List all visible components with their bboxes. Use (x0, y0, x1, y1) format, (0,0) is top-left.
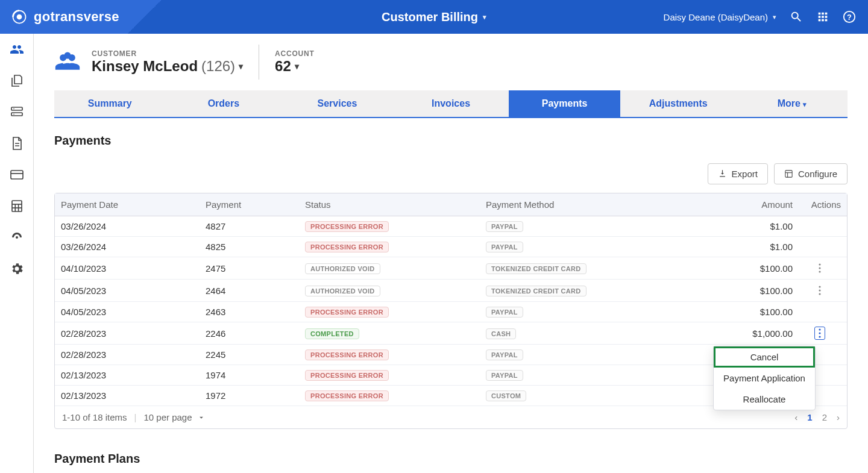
calculator-icon[interactable] (10, 199, 24, 213)
column-header[interactable]: Amount (697, 199, 799, 210)
cell-payment-date: 03/26/2024 (61, 242, 206, 252)
svg-point-26 (819, 332, 820, 334)
customer-name: Kinsey McLeod (92, 58, 198, 75)
settings-gear-icon[interactable] (10, 262, 24, 276)
customer-group-icon (54, 51, 81, 74)
svg-point-20 (819, 267, 820, 269)
cell-status: PROCESSING ERROR (305, 221, 486, 232)
copy-icon[interactable] (10, 74, 24, 88)
tab-adjustments[interactable]: Adjustments (623, 90, 734, 117)
cell-status: PROCESSING ERROR (305, 306, 486, 318)
prev-page[interactable]: ‹ (794, 412, 797, 422)
cell-amount: $100.00 (697, 286, 799, 296)
tab-summary[interactable]: Summary (54, 90, 166, 117)
vertical-dots-icon (819, 263, 821, 273)
account-context: ACCOUNT 62 ▾ (275, 49, 315, 75)
dropdown-item-cancel[interactable]: Cancel (714, 346, 815, 368)
brand[interactable]: gotransverse (0, 8, 119, 25)
header-right: Daisy Deane (DaisyDean)▾ ? (664, 10, 868, 23)
tabs: SummaryOrdersServicesInvoicesPaymentsAdj… (54, 90, 848, 118)
dashboard-icon[interactable] (10, 230, 24, 245)
apps-grid-icon[interactable] (816, 10, 829, 23)
column-header[interactable]: Payment (206, 199, 305, 210)
page-2[interactable]: 2 (822, 412, 827, 422)
account-label: ACCOUNT (275, 49, 315, 58)
svg-point-19 (819, 263, 820, 265)
cell-payment-id: 4825 (206, 242, 305, 252)
dropdown-item-payment-application[interactable]: Payment Application (714, 368, 815, 389)
table-row: 03/26/20244825PROCESSING ERRORPAYPAL$1.0… (55, 237, 847, 257)
account-selector[interactable]: 62 ▾ (275, 58, 315, 75)
cell-payment-date: 04/05/2023 (61, 307, 206, 317)
column-header[interactable]: Payment Method (486, 199, 697, 210)
method-badge: PAYPAL (486, 221, 523, 232)
header-title-dropdown[interactable]: Customer Billing▾ (382, 10, 486, 24)
cell-status: PROCESSING ERROR (305, 349, 486, 360)
table-row: 03/26/20244827PROCESSING ERRORPAYPAL$1.0… (55, 216, 847, 237)
cell-method: PAYPAL (486, 369, 697, 381)
cell-status: PROCESSING ERROR (305, 241, 486, 252)
tab-orders[interactable]: Orders (168, 90, 280, 117)
caret-down-icon: ▾ (239, 61, 243, 71)
document-icon[interactable] (10, 136, 24, 151)
status-badge: PROCESSING ERROR (305, 390, 389, 401)
row-actions-menu-button[interactable] (814, 262, 825, 275)
cell-status: PROCESSING ERROR (305, 369, 486, 381)
cell-method: PAYPAL (486, 241, 697, 252)
customer-selector[interactable]: Kinsey McLeod (126) ▾ (92, 58, 243, 75)
cell-payment-date: 02/28/2023 (61, 349, 206, 360)
caret-down-icon: ▾ (803, 101, 807, 108)
status-badge: PROCESSING ERROR (305, 349, 389, 360)
column-header[interactable]: Status (305, 199, 486, 210)
customer-label: CUSTOMER (92, 49, 243, 58)
tab-invoices[interactable]: Invoices (395, 90, 507, 117)
status-badge: AUTHORIZED VOID (305, 286, 380, 296)
cell-amount: $1.00 (697, 221, 799, 231)
payments-table: Payment DatePaymentStatusPayment MethodA… (54, 193, 848, 429)
tab-more[interactable]: More▾ (736, 90, 848, 117)
status-badge: PROCESSING ERROR (305, 242, 389, 252)
page-1[interactable]: 1 (807, 412, 812, 422)
export-label: Export (732, 169, 758, 179)
table-row: 02/28/20232246COMPLETEDCASH$1,000.00Canc… (55, 322, 847, 345)
customer-id: (126) (201, 58, 235, 75)
cell-status: PROCESSING ERROR (305, 390, 486, 401)
per-page-selector[interactable]: 10 per page (143, 412, 205, 422)
column-header[interactable]: Payment Date (61, 199, 206, 210)
cell-method: CUSTOM (486, 390, 697, 401)
svg-point-7 (13, 114, 14, 115)
top-header: gotransverse Customer Billing▾ Daisy Dea… (0, 0, 868, 34)
search-icon[interactable] (790, 10, 803, 23)
dropdown-item-reallocate[interactable]: Reallocate (714, 389, 815, 410)
row-actions-menu-button[interactable] (814, 327, 825, 340)
configure-button[interactable]: Configure (774, 163, 848, 184)
cell-payment-date: 04/05/2023 (61, 286, 206, 296)
table-row: 04/05/20232463PROCESSING ERRORPAYPAL$100… (55, 302, 847, 322)
svg-point-22 (819, 286, 820, 287)
next-page[interactable]: › (837, 412, 840, 422)
context-separator (259, 45, 259, 80)
cell-payment-id: 2475 (206, 263, 305, 274)
customers-icon[interactable] (10, 42, 24, 57)
tab-services[interactable]: Services (281, 90, 393, 117)
help-icon[interactable]: ? (843, 10, 856, 23)
section-title-payment-plans: Payment Plans (54, 452, 848, 466)
credit-card-icon[interactable] (10, 168, 24, 182)
cell-payment-id: 2245 (206, 349, 305, 360)
row-actions-menu-button[interactable] (814, 284, 825, 297)
servers-icon[interactable] (10, 105, 24, 119)
column-header[interactable]: Actions (799, 199, 841, 210)
svg-point-21 (819, 271, 820, 272)
export-button[interactable]: Export (708, 163, 768, 184)
section-title: Payments (54, 134, 848, 148)
cell-method: PAYPAL (486, 306, 697, 318)
pagination-range: 1-10 of 18 items (62, 412, 127, 422)
cell-amount: $1.00 (697, 242, 799, 252)
user-menu[interactable]: Daisy Deane (DaisyDean)▾ (664, 12, 776, 22)
cell-payment-date: 04/10/2023 (61, 263, 206, 274)
cell-payment-id: 4827 (206, 221, 305, 231)
paginator: ‹12› (794, 412, 840, 422)
layout-icon (784, 169, 793, 178)
cell-payment-id: 2463 (206, 307, 305, 317)
tab-payments[interactable]: Payments (509, 90, 620, 117)
